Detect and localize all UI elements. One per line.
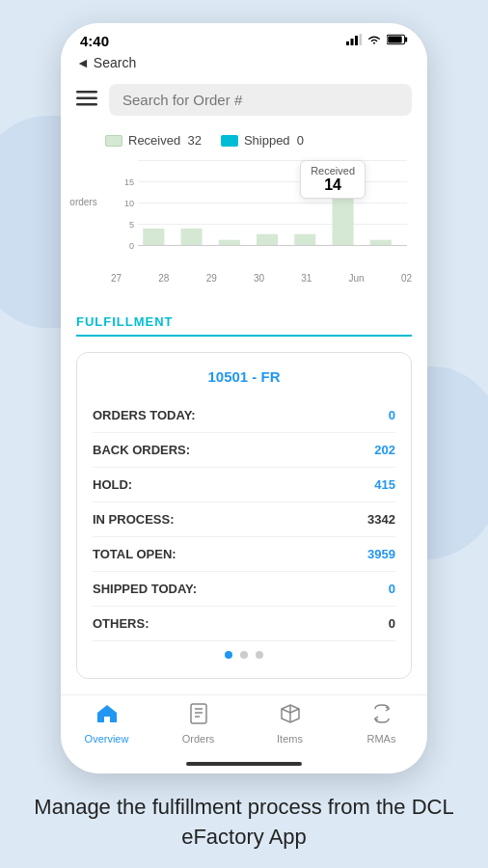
home-bar bbox=[186, 762, 302, 766]
svg-rect-1 bbox=[351, 39, 354, 45]
status-time: 4:40 bbox=[80, 33, 109, 49]
svg-rect-20 bbox=[191, 704, 206, 723]
legend-received-box bbox=[105, 135, 122, 147]
card-row-back-orders: BACK ORDERS: 202 bbox=[93, 433, 395, 468]
svg-text:15: 15 bbox=[124, 176, 134, 186]
status-icons bbox=[346, 34, 408, 48]
value-orders-today: 0 bbox=[389, 408, 395, 422]
svg-rect-2 bbox=[355, 36, 358, 45]
value-hold: 415 bbox=[374, 477, 395, 492]
chart-section: Received 32 Shipped 0 orders bbox=[61, 123, 427, 299]
pagination-dots bbox=[93, 641, 395, 663]
value-shipped-today: 0 bbox=[389, 582, 395, 596]
label-shipped-today: SHIPPED TODAY: bbox=[93, 582, 197, 596]
hamburger-icon[interactable] bbox=[76, 89, 97, 111]
orders-icon bbox=[188, 703, 209, 730]
dot-1 bbox=[225, 651, 232, 659]
svg-text:0: 0 bbox=[129, 239, 134, 250]
svg-text:10: 10 bbox=[124, 197, 134, 207]
svg-rect-0 bbox=[346, 41, 349, 45]
nav-label-rmas: RMAs bbox=[367, 733, 396, 745]
page-wrapper: 4:40 bbox=[0, 0, 488, 868]
card-row-in-process: IN PROCESS: 3342 bbox=[93, 502, 395, 537]
section-header: FULFILLMENT bbox=[61, 299, 427, 344]
search-input[interactable] bbox=[109, 84, 412, 116]
card-row-orders-today: ORDERS TODAY: 0 bbox=[93, 398, 395, 433]
dot-2 bbox=[240, 651, 248, 659]
legend-shipped-label: Shipped 0 bbox=[244, 133, 304, 148]
legend-shipped: Shipped 0 bbox=[221, 133, 304, 148]
svg-rect-3 bbox=[360, 34, 363, 45]
status-bar: 4:40 bbox=[61, 23, 427, 53]
rmas-icon bbox=[371, 703, 393, 730]
bar-30-received bbox=[257, 234, 278, 246]
svg-text:5: 5 bbox=[129, 218, 134, 229]
fulfillment-card: 10501 - FR ORDERS TODAY: 0 BACK ORDERS: … bbox=[76, 352, 412, 679]
card-row-shipped-today: SHIPPED TODAY: 0 bbox=[93, 572, 395, 607]
x-label-30: 30 bbox=[254, 273, 264, 284]
x-label-02: 02 bbox=[401, 273, 412, 284]
x-labels: 27 28 29 30 31 Jun 02 bbox=[76, 271, 412, 284]
legend-received-label: Received 32 bbox=[128, 133, 202, 148]
x-label-jun: Jun bbox=[349, 273, 365, 284]
card-title: 10501 - FR bbox=[93, 368, 395, 385]
back-label: Search bbox=[94, 55, 136, 70]
chart-legend: Received 32 Shipped 0 bbox=[76, 133, 412, 148]
x-label-28: 28 bbox=[158, 273, 169, 284]
value-in-process: 3342 bbox=[367, 512, 395, 527]
tooltip-value: 14 bbox=[311, 176, 355, 194]
label-in-process: IN PROCESS: bbox=[93, 512, 175, 527]
nav-label-orders: Orders bbox=[182, 733, 215, 745]
back-arrow-icon: ◄ bbox=[76, 55, 90, 70]
footer-text: Manage the fulfillment process from the … bbox=[0, 793, 488, 853]
label-orders-today: ORDERS TODAY: bbox=[93, 408, 196, 422]
home-icon bbox=[95, 703, 119, 730]
wifi-icon bbox=[366, 34, 382, 48]
nav-item-items[interactable]: Items bbox=[244, 703, 336, 745]
home-indicator bbox=[61, 754, 427, 773]
value-back-orders: 202 bbox=[374, 443, 395, 457]
nav-item-overview[interactable]: Overview bbox=[61, 703, 152, 745]
label-others: OTHERS: bbox=[93, 616, 149, 631]
dot-3 bbox=[256, 651, 263, 659]
svg-rect-7 bbox=[76, 91, 97, 94]
svg-rect-6 bbox=[388, 37, 401, 43]
bar-27-received bbox=[143, 229, 164, 246]
svg-rect-8 bbox=[76, 97, 97, 100]
value-total-open: 3959 bbox=[367, 547, 395, 561]
chart-svg: 0 5 10 15 bbox=[111, 155, 412, 261]
card-row-others: OTHERS: 0 bbox=[93, 607, 395, 641]
phone-frame: 4:40 bbox=[61, 23, 427, 773]
bottom-nav: Overview Orders bbox=[61, 694, 427, 754]
bar-02-received bbox=[370, 240, 392, 246]
nav-item-orders[interactable]: Orders bbox=[152, 703, 244, 745]
value-others: 0 bbox=[389, 616, 395, 631]
nav-label-overview: Overview bbox=[85, 733, 129, 745]
legend-shipped-box bbox=[221, 135, 238, 147]
label-back-orders: BACK ORDERS: bbox=[93, 443, 190, 457]
section-title: FULFILLMENT bbox=[76, 314, 412, 337]
label-hold: HOLD: bbox=[93, 477, 132, 492]
signal-icon bbox=[346, 34, 362, 48]
bar-29-received bbox=[219, 240, 240, 246]
chart-container: orders 0 5 10 15 bbox=[76, 155, 412, 271]
chart-tooltip: Received 14 bbox=[300, 160, 366, 199]
card-row-hold: HOLD: 415 bbox=[93, 468, 395, 502]
x-label-27: 27 bbox=[111, 273, 122, 284]
y-axis-label: orders bbox=[69, 197, 96, 207]
header bbox=[61, 76, 427, 123]
tooltip-title: Received bbox=[311, 165, 355, 176]
svg-rect-9 bbox=[76, 103, 97, 106]
label-total-open: TOTAL OPEN: bbox=[93, 547, 176, 561]
nav-back[interactable]: ◄ Search bbox=[61, 53, 427, 76]
nav-label-items: Items bbox=[277, 733, 303, 745]
x-label-29: 29 bbox=[206, 273, 217, 284]
card-row-total-open: TOTAL OPEN: 3959 bbox=[93, 537, 395, 572]
x-label-31: 31 bbox=[301, 273, 312, 284]
nav-item-rmas[interactable]: RMAs bbox=[336, 703, 427, 745]
items-icon bbox=[280, 703, 301, 730]
bar-28-received bbox=[180, 229, 202, 246]
bar-31-received bbox=[294, 234, 315, 246]
svg-rect-5 bbox=[405, 37, 407, 41]
battery-icon bbox=[387, 34, 408, 48]
